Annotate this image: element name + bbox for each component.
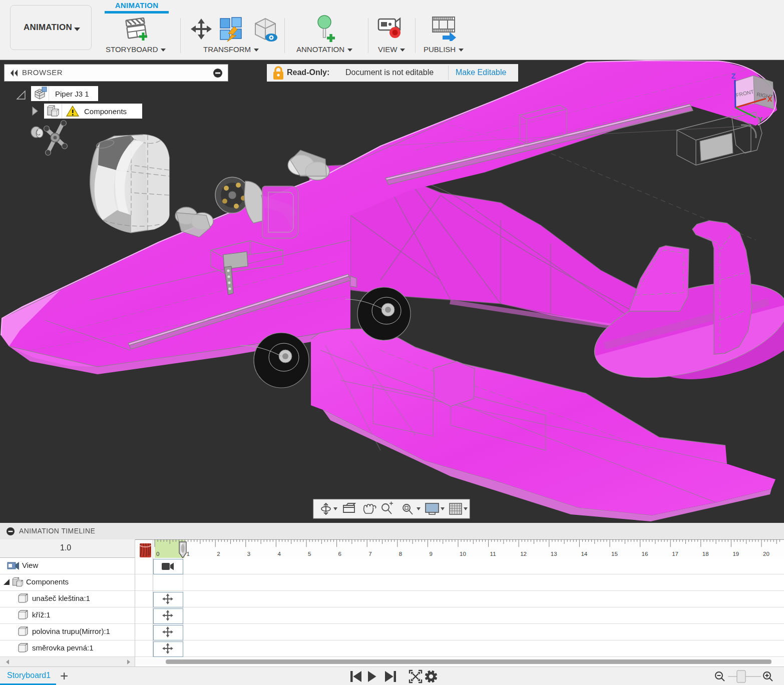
svg-text:18: 18: [702, 551, 709, 557]
svg-text:8: 8: [399, 551, 402, 557]
svg-text:4: 4: [277, 551, 281, 557]
svg-text:1: 1: [187, 551, 190, 557]
svg-text:X: X: [767, 95, 772, 103]
svg-text:16: 16: [642, 551, 648, 557]
svg-text:Z: Z: [731, 72, 736, 80]
svg-text:5: 5: [308, 551, 311, 557]
svg-text:19: 19: [732, 551, 739, 557]
svg-text:10: 10: [460, 551, 466, 557]
svg-text:9: 9: [429, 551, 432, 557]
svg-text:12: 12: [520, 551, 527, 557]
svg-text:13: 13: [551, 551, 557, 557]
svg-text:3: 3: [247, 551, 250, 557]
svg-text:7: 7: [368, 551, 371, 557]
svg-text:15: 15: [611, 551, 618, 557]
svg-text:11: 11: [490, 551, 496, 557]
svg-text:2: 2: [217, 551, 220, 557]
svg-text:14: 14: [581, 551, 587, 557]
svg-text:Y: Y: [758, 116, 763, 124]
svg-text:6: 6: [338, 551, 341, 557]
svg-text:17: 17: [672, 551, 678, 557]
svg-text:0: 0: [156, 551, 159, 557]
svg-text:20: 20: [763, 551, 769, 557]
